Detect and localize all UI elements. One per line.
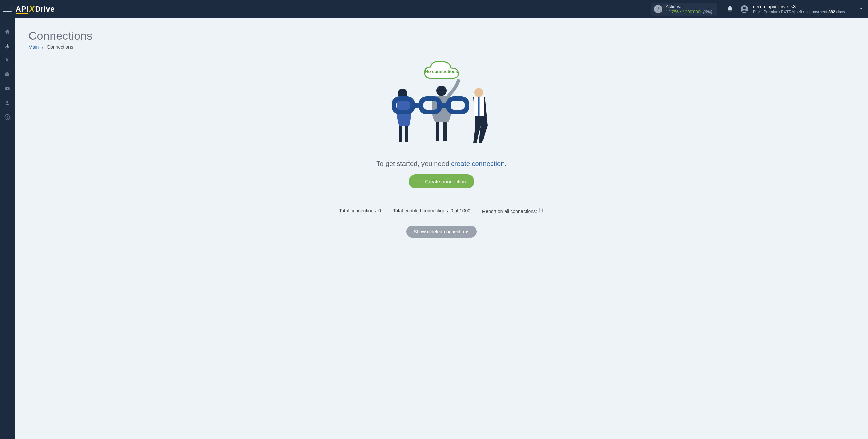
actions-total: 200'000 (685, 9, 701, 14)
stat-report: Report on all connections: (482, 207, 544, 214)
side-rail (0, 18, 15, 439)
notifications-icon[interactable] (727, 6, 733, 13)
actions-counter[interactable]: i Actions: 12'756 of 200'000 (6%) (651, 3, 717, 16)
nav-home[interactable] (0, 25, 15, 39)
stat-enabled: Total enabled connections: 0 of 1000 (393, 208, 470, 213)
logo-part-drive: Drive (35, 5, 55, 14)
user-avatar-icon[interactable] (740, 5, 748, 13)
actions-percent: (6%) (703, 9, 712, 14)
nav-connections[interactable] (0, 39, 15, 53)
get-started-line: To get started, you need create connecti… (289, 160, 594, 168)
app-header: API X Drive i Actions: 12'756 of 200'000… (0, 0, 868, 18)
svg-point-1 (743, 7, 746, 9)
page-title: Connections (28, 29, 854, 42)
create-connection-button-label: Create connection (425, 179, 466, 184)
user-name: demo_apix-drive_s3 (753, 4, 845, 9)
user-menu-chevron-icon[interactable] (859, 6, 864, 13)
svg-rect-8 (405, 126, 408, 142)
info-icon: i (654, 5, 662, 13)
nav-help[interactable] (0, 110, 15, 124)
svg-rect-10 (436, 122, 439, 141)
app-logo[interactable]: API X Drive (16, 5, 55, 14)
nav-account[interactable] (0, 96, 15, 110)
actions-values: 12'756 of 200'000 (6%) (666, 9, 712, 14)
actions-used: 12'756 (666, 9, 679, 14)
actions-of: of (680, 9, 684, 14)
breadcrumb: Main / Connections (28, 44, 854, 50)
stat-total: Total connections: 0 (339, 208, 381, 213)
connections-stats: Total connections: 0 Total enabled conne… (289, 207, 594, 214)
empty-illustration: No connections (380, 58, 502, 153)
nav-billing[interactable] (0, 54, 15, 67)
nav-video[interactable] (0, 82, 15, 96)
report-download-icon[interactable] (538, 209, 544, 214)
svg-point-9 (436, 86, 447, 96)
main-content: Connections Main / Connections No connec… (15, 18, 868, 439)
logo-part-x: X (29, 5, 34, 14)
svg-point-12 (474, 88, 483, 97)
plus-icon (417, 179, 421, 184)
show-deleted-button[interactable]: Show deleted connections (406, 226, 476, 238)
empty-state: No connections (289, 58, 594, 238)
svg-rect-7 (399, 126, 402, 142)
svg-point-3 (6, 101, 8, 103)
breadcrumb-current: Connections (47, 44, 73, 50)
create-connection-link[interactable]: create connection (451, 160, 505, 167)
nav-briefcase[interactable] (0, 68, 15, 81)
svg-point-5 (7, 118, 8, 119)
create-connection-button[interactable]: Create connection (409, 174, 474, 188)
user-menu[interactable]: demo_apix-drive_s3 Plan |Premium EXTRA| … (753, 4, 845, 14)
breadcrumb-main[interactable]: Main (28, 44, 39, 50)
cloud-text: No connections (425, 69, 458, 74)
show-deleted-label: Show deleted connections (414, 229, 469, 234)
plan-line: Plan |Premium EXTRA| left until payment … (753, 9, 845, 14)
menu-toggle[interactable] (3, 5, 12, 14)
logo-part-api: API (16, 5, 28, 14)
svg-rect-11 (443, 122, 447, 141)
actions-label: Actions: (666, 4, 712, 9)
